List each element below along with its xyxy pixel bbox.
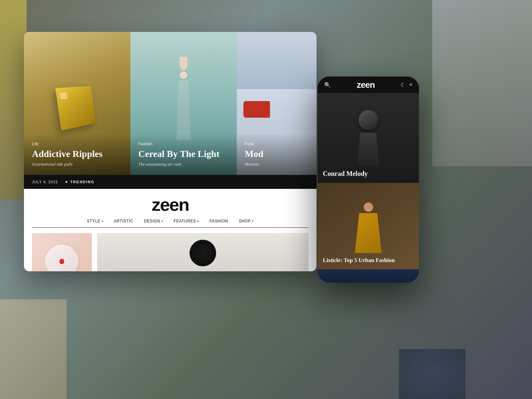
mobile-hero-article[interactable]: Conrad Melody [318, 93, 419, 183]
person-head [180, 71, 187, 79]
helmet-illustration [358, 110, 378, 130]
person-curly-hair [190, 240, 216, 266]
nav-item-features[interactable]: FEATURES ▾ [174, 219, 199, 223]
moto-shape [243, 101, 270, 118]
hero-title-2: Cereal By The Light [138, 148, 229, 160]
chevron-down-icon-shop: ▾ [252, 220, 254, 223]
trending-icon: ✦ [65, 180, 68, 185]
chevron-down-icon-design: ▾ [162, 220, 163, 223]
strawberry-illustration [60, 259, 64, 264]
main-nav: STYLE ▾ ARTISTIC DESIGN ▾ FEATURES ▾ FAS… [32, 219, 309, 228]
main-header: zeen STYLE ▾ ARTISTIC DESIGN ▾ FEATURES … [24, 189, 317, 228]
mobile-logo[interactable]: zeen [357, 80, 375, 90]
person-hair [180, 57, 188, 70]
cereal-box-illustration [55, 86, 96, 131]
hero-title-1: Addictive Ripples [32, 148, 122, 160]
nav-label-features: FEATURES [174, 219, 196, 223]
moon-icon[interactable]: ☾ [401, 82, 405, 88]
hero-overlay-3: Food Mod Motions [237, 134, 317, 175]
content-grid [24, 228, 317, 271]
hero-overlay-1: Life Addictive Ripples Gravitational tid… [24, 134, 130, 175]
chevron-down-icon-features: ▾ [197, 220, 199, 223]
mobile-hero-image [318, 93, 419, 183]
fashion-jacket [353, 213, 383, 253]
bg-accent-right [432, 0, 532, 166]
mobile-article-card[interactable]: Listicle: Top 5 Urban Fashion [318, 183, 419, 269]
nav-item-fashion[interactable]: FASHION [209, 219, 228, 223]
nav-label-shop: SHOP [239, 219, 251, 223]
trending-label: TRENDING [70, 180, 94, 184]
mobile-article-title-1: Conrad Melody [323, 170, 368, 178]
helmet-figure [355, 110, 382, 166]
chevron-down-icon-style: ▾ [102, 220, 103, 223]
bg-accent-bottom-right [399, 349, 466, 399]
fashion-figure [353, 202, 383, 253]
person-figure [174, 57, 194, 140]
bg-accent-bottom-left [0, 299, 66, 399]
mobile-header: 🔍 zeen ☾ ≡ [318, 76, 419, 93]
hero-card-3[interactable]: Food Mod Motions [237, 32, 317, 175]
fashion-head [364, 202, 373, 212]
content-thumb-2[interactable] [97, 233, 309, 271]
nav-label-style: STYLE [87, 219, 100, 223]
hero-overlay-2: Fashion Cereal By The Light The unassumi… [130, 134, 237, 175]
hero-category-3: Food [245, 142, 309, 146]
hero-subtitle-2: The unassuming air rush [138, 162, 229, 167]
mobile-article-title-2: Listicle: Top 5 Urban Fashion [323, 257, 395, 264]
nav-label-fashion: FASHION [209, 219, 228, 223]
nav-item-artistic[interactable]: ARTISTIC [114, 219, 133, 223]
hero-subtitle-3: Motions [245, 162, 309, 167]
person-body [174, 80, 194, 140]
mobile-bottom-card [318, 269, 419, 283]
trending-date: JULY 4, 2023 [32, 180, 58, 184]
site-logo[interactable]: zeen [32, 196, 309, 213]
plate-illustration [45, 245, 78, 271]
mobile-card: 🔍 zeen ☾ ≡ Conrad Melody Listicle: Top 5… [318, 76, 419, 283]
hero-subtitle-1: Gravitational tide pulls [32, 162, 122, 167]
trending-bar: JULY 4, 2023 ✦ TRENDING [24, 175, 317, 189]
hero-card-1[interactable]: Life Addictive Ripples Gravitational tid… [24, 32, 130, 175]
hero-card-2[interactable]: Fashion Cereal By The Light The unassumi… [130, 32, 237, 175]
bg-accent-left [0, 0, 27, 200]
search-icon[interactable]: 🔍 [324, 82, 331, 88]
hero-category-2: Fashion [138, 142, 229, 146]
desktop-card: Life Addictive Ripples Gravitational tid… [24, 32, 317, 271]
mobile-icons-right: ☾ ≡ [401, 82, 412, 88]
nav-item-shop[interactable]: SHOP ▾ [239, 219, 254, 223]
content-thumb-1[interactable] [32, 233, 92, 271]
hero-title-3: Mod [245, 148, 309, 160]
nav-label-artistic: ARTISTIC [114, 219, 133, 223]
hero-category-1: Life [32, 142, 122, 146]
nav-item-design[interactable]: DESIGN ▾ [144, 219, 163, 223]
hero-section: Life Addictive Ripples Gravitational tid… [24, 32, 317, 175]
menu-icon[interactable]: ≡ [409, 82, 412, 88]
nav-item-style[interactable]: STYLE ▾ [87, 219, 103, 223]
helmet-body-illustration [355, 133, 382, 166]
nav-label-design: DESIGN [144, 219, 160, 223]
